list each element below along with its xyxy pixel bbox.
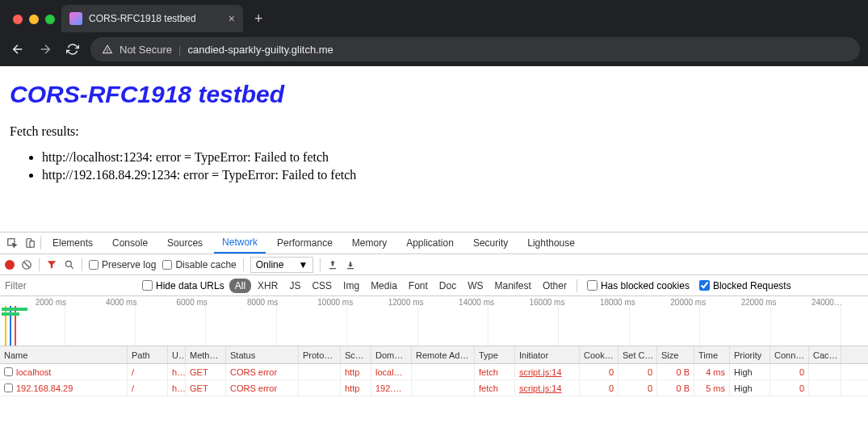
cell-cookies: 0 bbox=[580, 364, 619, 379]
devtools-tab-performance[interactable]: Performance bbox=[269, 233, 341, 254]
results-label: Fetch results: bbox=[10, 124, 858, 139]
type-filter-font[interactable]: Font bbox=[404, 279, 433, 293]
search-icon[interactable] bbox=[64, 259, 75, 270]
initiator-link[interactable]: script.js:14 bbox=[519, 383, 562, 393]
preserve-log-checkbox[interactable]: Preserve log bbox=[89, 259, 156, 270]
cell-name: 192.168.84.29 bbox=[0, 380, 128, 396]
cell-protocol bbox=[299, 364, 341, 379]
ruler-gridline bbox=[205, 306, 206, 346]
type-filter-css[interactable]: CSS bbox=[307, 279, 337, 293]
table-row[interactable]: localhost/h…GETCORS errorhttplocal…fetch… bbox=[0, 364, 868, 380]
column-header[interactable]: Cac… bbox=[809, 346, 841, 363]
column-header[interactable]: Priority bbox=[730, 346, 770, 363]
blocked-requests-checkbox[interactable]: Blocked Requests bbox=[694, 280, 796, 291]
hide-data-urls-checkbox[interactable]: Hide data URLs bbox=[137, 280, 229, 291]
type-filter-xhr[interactable]: XHR bbox=[253, 279, 283, 293]
column-header[interactable]: Size bbox=[657, 346, 694, 363]
tab-close-icon[interactable]: × bbox=[229, 12, 235, 25]
browser-tab[interactable]: CORS-RFC1918 testbed × bbox=[61, 5, 243, 32]
devtools-tab-elements[interactable]: Elements bbox=[44, 233, 101, 254]
cell-method: GET bbox=[186, 364, 226, 379]
back-button[interactable] bbox=[8, 40, 27, 59]
type-filter-manifest[interactable]: Manifest bbox=[490, 279, 536, 293]
devtools-tab-sources[interactable]: Sources bbox=[159, 233, 211, 254]
column-header[interactable]: Set C… bbox=[619, 346, 657, 363]
device-toggle-icon[interactable] bbox=[23, 236, 37, 250]
column-header[interactable]: Cook… bbox=[580, 346, 619, 363]
cell-domain: local… bbox=[371, 364, 412, 379]
cell-initiator: script.js:14 bbox=[515, 364, 580, 379]
new-tab-button[interactable]: + bbox=[243, 10, 275, 32]
column-header[interactable]: Meth… bbox=[186, 346, 226, 363]
upload-har-icon[interactable] bbox=[327, 259, 338, 270]
type-filter-media[interactable]: Media bbox=[366, 279, 402, 293]
initiator-link[interactable]: script.js:14 bbox=[519, 367, 562, 377]
type-filter-img[interactable]: Img bbox=[338, 279, 364, 293]
column-header[interactable]: Sc… bbox=[341, 346, 371, 363]
throttling-select[interactable]: Online ▼ bbox=[250, 257, 314, 273]
window-close-button[interactable] bbox=[13, 15, 23, 24]
column-header[interactable]: Type bbox=[475, 346, 515, 363]
separator bbox=[320, 258, 321, 271]
ruler-tick: 10000 ms bbox=[317, 298, 353, 307]
type-filter-all[interactable]: All bbox=[229, 279, 251, 293]
column-header[interactable]: Initiator bbox=[515, 346, 580, 363]
column-header[interactable]: Conn… bbox=[770, 346, 809, 363]
filter-icon[interactable] bbox=[46, 259, 57, 270]
devtools-tab-memory[interactable]: Memory bbox=[344, 233, 395, 254]
cell-type: fetch bbox=[475, 364, 515, 379]
reload-button[interactable] bbox=[63, 40, 82, 59]
result-item: http://192.168.84.29:1234: error = TypeE… bbox=[42, 168, 858, 182]
type-filter-other[interactable]: Other bbox=[538, 279, 572, 293]
column-header[interactable]: Status bbox=[226, 346, 299, 363]
ruler-tick: 24000… bbox=[811, 298, 842, 307]
row-checkbox[interactable] bbox=[4, 383, 13, 392]
devtools-tab-console[interactable]: Console bbox=[104, 233, 156, 254]
window-minimize-button[interactable] bbox=[29, 15, 39, 24]
filter-input[interactable] bbox=[0, 275, 137, 295]
cell-method: GET bbox=[186, 380, 226, 396]
inspect-element-icon[interactable] bbox=[5, 236, 19, 250]
cell-priority: High bbox=[730, 364, 770, 379]
network-table: NamePathU…Meth…StatusProto…Sc…Dom…Remote… bbox=[0, 346, 868, 396]
ruler-tick: 6000 ms bbox=[176, 298, 207, 307]
has-blocked-cookies-label: Has blocked cookies bbox=[601, 280, 690, 291]
cell-type: fetch bbox=[475, 380, 515, 396]
table-row[interactable]: 192.168.84.29/h…GETCORS errorhttp192.…fe… bbox=[0, 380, 868, 396]
ruler-tick: 20000 ms bbox=[670, 298, 706, 307]
ruler-tick: 16000 ms bbox=[529, 298, 564, 307]
column-header[interactable]: Remote Ad… bbox=[412, 346, 475, 363]
type-filter-js[interactable]: JS bbox=[284, 279, 305, 293]
column-header[interactable]: Dom… bbox=[371, 346, 412, 363]
devtools-panel: ElementsConsoleSourcesNetworkPerformance… bbox=[0, 232, 868, 440]
column-header[interactable]: Path bbox=[128, 346, 168, 363]
column-header[interactable]: U… bbox=[168, 346, 186, 363]
column-header[interactable]: Proto… bbox=[299, 346, 341, 363]
record-button[interactable] bbox=[5, 260, 15, 270]
cell-path: / bbox=[128, 380, 168, 396]
type-filter-doc[interactable]: Doc bbox=[434, 279, 461, 293]
result-item: http://localhost:1234: error = TypeError… bbox=[42, 150, 858, 165]
type-filter-ws[interactable]: WS bbox=[463, 279, 488, 293]
has-blocked-cookies-checkbox[interactable]: Has blocked cookies bbox=[582, 280, 694, 291]
window-maximize-button[interactable] bbox=[45, 15, 55, 24]
column-header[interactable]: Name bbox=[0, 346, 128, 363]
page-content: CORS-RFC1918 testbed Fetch results: http… bbox=[0, 66, 868, 200]
forward-button[interactable] bbox=[36, 40, 55, 59]
row-checkbox[interactable] bbox=[4, 367, 13, 376]
devtools-tab-security[interactable]: Security bbox=[465, 233, 516, 254]
devtools-tab-network[interactable]: Network bbox=[214, 233, 266, 254]
filter-bar: Hide data URLs AllXHRJSCSSImgMediaFontDo… bbox=[0, 275, 868, 296]
clear-button[interactable] bbox=[21, 259, 32, 270]
column-header[interactable]: Time bbox=[694, 346, 730, 363]
svg-rect-2 bbox=[30, 241, 34, 248]
ruler-gridline bbox=[770, 306, 771, 346]
timeline-overview[interactable]: 2000 ms4000 ms6000 ms8000 ms10000 ms1200… bbox=[0, 296, 868, 346]
download-har-icon[interactable] bbox=[345, 259, 356, 270]
devtools-tab-application[interactable]: Application bbox=[398, 233, 462, 254]
cell-url: h… bbox=[168, 380, 186, 396]
cell-cache bbox=[809, 380, 841, 396]
address-bar[interactable]: Not Secure | candied-sparkly-guilty.glit… bbox=[90, 37, 860, 61]
devtools-tab-lighthouse[interactable]: Lighthouse bbox=[519, 233, 583, 254]
disable-cache-checkbox[interactable]: Disable cache bbox=[162, 259, 236, 270]
